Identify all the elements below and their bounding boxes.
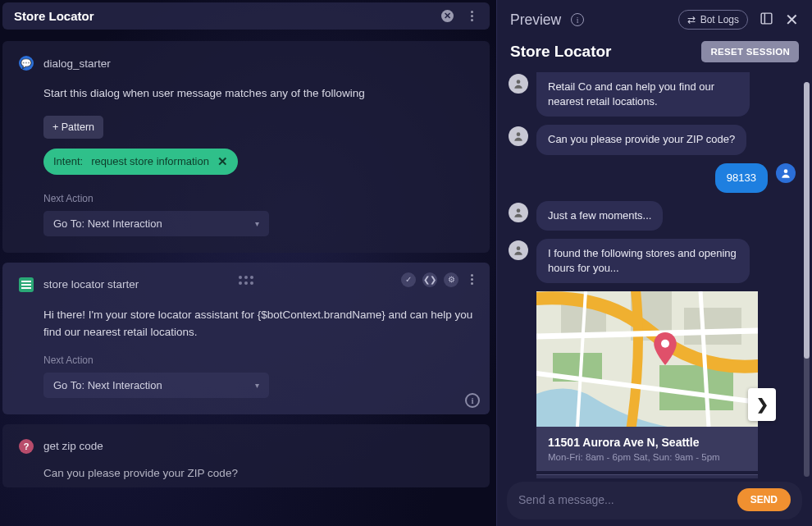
bot-logs-button[interactable]: ⇄ Bot Logs: [678, 10, 748, 30]
close-icon[interactable]: ✕: [785, 10, 799, 30]
question-icon: ?: [19, 439, 34, 454]
gear-icon[interactable]: ⚙: [444, 272, 458, 287]
store-address: 11501 Aurora Ave N, Seattle: [548, 436, 746, 449]
message-composer: SEND: [507, 482, 802, 519]
node-description: Start this dialog when user message matc…: [43, 85, 473, 103]
preview-label: Preview: [510, 11, 561, 29]
message-row: Just a few moments...: [509, 201, 796, 231]
node-title: get zip code: [43, 440, 103, 452]
next-action-select[interactable]: Go To: Next Interaction ▾: [43, 211, 269, 236]
next-action-value: Go To: Next Interaction: [53, 379, 162, 391]
kebab-menu-icon[interactable]: [465, 10, 478, 23]
preview-pane: Preview i ⇄ Bot Logs ✕ Store Locator RES…: [496, 0, 812, 526]
info-icon[interactable]: i: [465, 393, 480, 408]
node-store-locator-starter[interactable]: ✓ ❮❯ ⚙ store locator starter Hi there! I…: [2, 263, 490, 414]
popout-icon[interactable]: [760, 11, 773, 29]
session-header: Store Locator RESET SESSION: [497, 36, 812, 72]
chevron-down-icon: ▾: [255, 381, 259, 390]
store-directions-row: Get directions: [536, 474, 758, 478]
kebab-menu-icon[interactable]: [465, 273, 478, 286]
node-title: store locator starter: [43, 278, 139, 290]
add-pattern-button[interactable]: + Pattern: [43, 116, 103, 139]
bot-message: Just a few moments...: [536, 201, 663, 231]
message-row: 98133: [509, 163, 796, 193]
remove-intent-icon[interactable]: ✕: [217, 154, 228, 169]
intent-pill[interactable]: Intent: request store information ✕: [43, 149, 238, 175]
svg-rect-8: [684, 308, 741, 345]
svg-rect-0: [761, 13, 772, 24]
clear-icon[interactable]: ✕: [440, 10, 454, 23]
store-info: 11501 Aurora Ave N, Seattle Mon-Fri: 8am…: [536, 427, 758, 471]
bot-avatar-icon: [509, 126, 528, 146]
scrollbar-thumb[interactable]: [804, 82, 810, 359]
next-action-label: Next Action: [43, 193, 473, 204]
svg-point-4: [517, 208, 521, 213]
bot-message: I found the following stores and opening…: [536, 239, 750, 283]
reset-session-button[interactable]: RESET SESSION: [701, 41, 799, 62]
bot-avatar-icon: [509, 74, 528, 94]
info-icon[interactable]: i: [571, 13, 584, 26]
store-hours: Mon-Fri: 8am - 6pm Sat, Sun: 9am - 5pm: [548, 452, 746, 462]
svg-point-3: [784, 169, 788, 173]
editor-pane: Store Locator ✕ 💬 dialog_starter Start t…: [0, 0, 496, 526]
node-dialog-starter[interactable]: 💬 dialog_starter Start this dialog when …: [2, 41, 490, 253]
store-map[interactable]: [536, 291, 758, 427]
bot-avatar-icon: [509, 203, 528, 222]
node-description: Hi there! I'm your store locator assista…: [43, 307, 473, 341]
chat-icon: 💬: [19, 56, 34, 71]
preview-header: Preview i ⇄ Bot Logs ✕: [497, 0, 812, 36]
message-row: Can you please provide your ZIP code?: [509, 125, 796, 154]
check-icon[interactable]: ✓: [401, 272, 416, 287]
send-button[interactable]: SEND: [737, 488, 791, 511]
svg-point-12: [661, 340, 669, 348]
message-input[interactable]: [518, 493, 729, 506]
user-avatar-icon: [776, 163, 796, 183]
next-action-value: Go To: Next Interaction: [53, 217, 162, 230]
store-card: ❯ 11501 Aurora Ave N, Seattle Mon-Fri: 8…: [536, 291, 758, 471]
dialog-title: Store Locator: [14, 9, 94, 23]
bot-message: Retail Co and can help you find our near…: [536, 72, 750, 117]
intent-prefix: Intent:: [53, 155, 83, 167]
svg-point-5: [517, 246, 521, 250]
carousel-next-button[interactable]: ❯: [748, 388, 776, 421]
node-title: dialog_starter: [43, 57, 111, 70]
text-block-icon: [19, 277, 34, 292]
next-action-select[interactable]: Go To: Next Interaction ▾: [43, 373, 269, 398]
message-row: Retail Co and can help you find our near…: [509, 72, 796, 117]
intent-value: request store information: [91, 155, 209, 167]
node-get-zip-code[interactable]: ? get zip code Can you please provide yo…: [2, 424, 490, 487]
bot-message: Can you please provide your ZIP code?: [536, 125, 746, 154]
chevron-down-icon: ▾: [255, 219, 259, 228]
user-message: 98133: [715, 163, 768, 193]
map-pin-icon: [652, 332, 678, 365]
dialog-title-bar: Store Locator ✕: [2, 2, 490, 30]
next-action-label: Next Action: [43, 354, 473, 366]
svg-point-2: [517, 133, 521, 137]
node-description: Can you please provide your ZIP code?: [43, 465, 473, 483]
svg-point-1: [517, 80, 521, 84]
svg-rect-10: [659, 365, 733, 410]
code-icon[interactable]: ❮❯: [422, 272, 437, 287]
chat-area[interactable]: Retail Co and can help you find our near…: [497, 72, 812, 478]
drag-handle-icon[interactable]: [239, 276, 253, 285]
node-toolbar: ✓ ❮❯ ⚙: [401, 272, 478, 287]
bot-avatar-icon: [509, 240, 528, 260]
session-title: Store Locator: [510, 43, 612, 61]
bot-logs-label: Bot Logs: [700, 14, 739, 25]
message-row: I found the following stores and opening…: [509, 239, 796, 283]
scrollbar[interactable]: [804, 82, 810, 477]
sliders-icon: ⇄: [687, 14, 696, 25]
